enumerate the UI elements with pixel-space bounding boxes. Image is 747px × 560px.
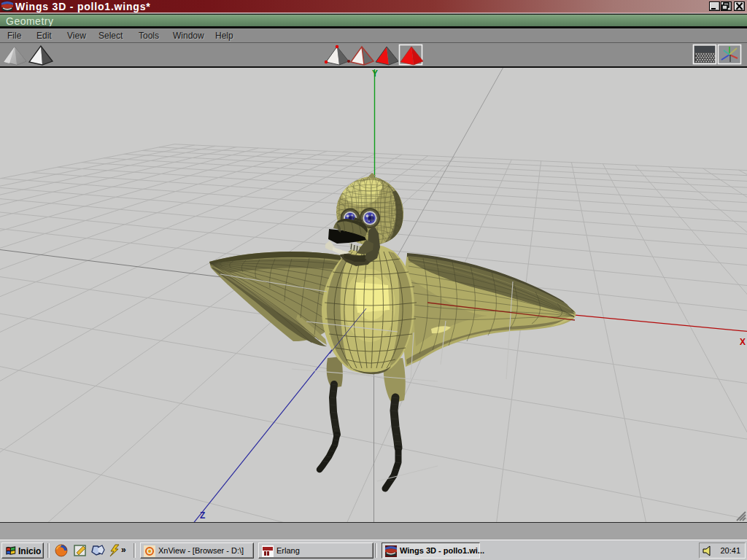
svg-text:Y: Y <box>372 69 378 79</box>
svg-text:Z: Z <box>200 510 205 521</box>
svg-text:X: X <box>740 337 746 347</box>
